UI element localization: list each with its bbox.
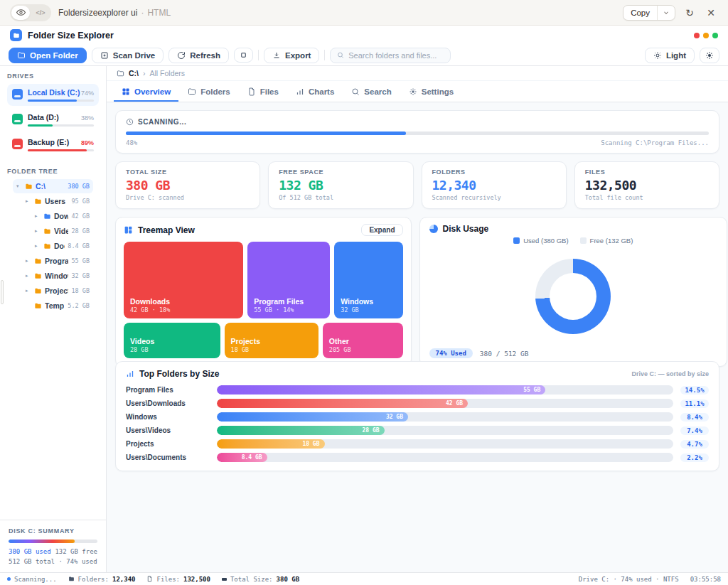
bar-value-label: 8.4 GB bbox=[242, 454, 262, 461]
search-icon bbox=[337, 51, 344, 59]
tab-search[interactable]: Search bbox=[343, 81, 399, 102]
file-icon bbox=[247, 87, 256, 96]
reload-icon[interactable]: ↻ bbox=[682, 6, 697, 20]
tree-item[interactable]: ▸ Downloads 42 GB bbox=[13, 209, 93, 223]
scrollbar-thumb[interactable] bbox=[1, 280, 4, 304]
grid-icon bbox=[122, 87, 130, 96]
open-folder-button[interactable]: Open Folder bbox=[9, 48, 87, 63]
drive-label: Local Disk (C:) bbox=[28, 88, 80, 97]
breadcrumb-root[interactable]: C:\ bbox=[129, 69, 139, 77]
stop-button[interactable] bbox=[234, 48, 253, 63]
folder-bar-row[interactable]: Windows 32 GB 8.4% bbox=[126, 412, 709, 422]
disk-summary-bar-fill bbox=[9, 540, 75, 543]
tree-item-label: Downloads bbox=[54, 212, 68, 220]
tab-settings[interactable]: Settings bbox=[401, 81, 461, 102]
theme-toggle-button[interactable]: Light bbox=[645, 48, 695, 63]
scan-status-path: Scanning C:\Program Files... bbox=[601, 139, 709, 146]
folder-bar-row[interactable]: Users\Downloads 42 GB 11.1% bbox=[126, 399, 709, 408]
drive-item[interactable]: Data (D:) 38% bbox=[7, 109, 99, 131]
code-view-button[interactable]: </> bbox=[31, 6, 50, 20]
tab-overview[interactable]: Overview bbox=[114, 81, 178, 102]
tree-expand-arrow-icon[interactable]: ▸ bbox=[35, 228, 41, 234]
stat-value: 380 GB bbox=[126, 178, 250, 193]
tree-item-size: 32 GB bbox=[71, 272, 90, 279]
folder-icon bbox=[117, 70, 124, 77]
tab-bar: Overview Folders Files Charts Search Set… bbox=[107, 81, 728, 102]
tile-name: Projects bbox=[231, 337, 260, 346]
status-scanning: Scanning... bbox=[7, 576, 57, 583]
stat-label: FOLDERS bbox=[432, 168, 556, 176]
drives-list: Local Disk (C:) 74% Data (D:) 38% Backup… bbox=[7, 84, 99, 156]
stat-value: 12,340 bbox=[432, 178, 556, 193]
tree-expand-arrow-icon[interactable]: ▸ bbox=[35, 243, 41, 249]
bar-percent-label: 2.2% bbox=[680, 453, 709, 462]
bar-fill: 55 GB bbox=[217, 385, 545, 395]
folder-bar-row[interactable]: Projects 18 GB 4.7% bbox=[126, 439, 709, 449]
tree-item[interactable]: ▸ Projects 18 GB bbox=[13, 284, 93, 298]
tab-label: Folders bbox=[200, 87, 230, 96]
scan-drive-label: Scan Drive bbox=[113, 51, 155, 60]
tree-item[interactable]: Temp 5.2 GB bbox=[13, 299, 93, 313]
tab-charts[interactable]: Charts bbox=[288, 81, 342, 102]
tree-expand-arrow-icon[interactable]: ▸ bbox=[26, 258, 31, 264]
bar-track: 18 GB bbox=[217, 439, 673, 449]
folder-bar-row[interactable]: Users\Documents 8.4 GB 2.2% bbox=[126, 453, 709, 462]
bar-fill: 28 GB bbox=[217, 426, 385, 435]
copy-button[interactable]: Copy bbox=[623, 6, 657, 20]
bar-chart-icon bbox=[296, 87, 304, 96]
treemap-tile[interactable]: Downloads 42 GB · 18% bbox=[124, 242, 243, 318]
summary-used-label: 380 GB used bbox=[9, 548, 51, 555]
treemap-icon bbox=[124, 225, 133, 235]
tree-item[interactable]: ▸ Windows 32 GB bbox=[13, 269, 93, 283]
preview-eye-button[interactable] bbox=[11, 6, 30, 20]
bar-value-label: 32 GB bbox=[386, 414, 403, 420]
folder-bar-row[interactable]: Users\Videos 28 GB 7.4% bbox=[126, 426, 709, 435]
hard-drive-icon bbox=[12, 114, 23, 124]
gear-icon bbox=[705, 51, 714, 60]
tree-expand-arrow-icon[interactable]: ▾ bbox=[16, 183, 22, 189]
bar-fill: 32 GB bbox=[217, 412, 408, 422]
tree-item-size: 5.2 GB bbox=[68, 302, 90, 309]
tab-files[interactable]: Files bbox=[240, 81, 287, 102]
tree-item-label: Windows bbox=[45, 272, 68, 280]
copy-dropdown-button[interactable] bbox=[657, 6, 675, 20]
treemap-tile[interactable]: Videos 28 GB bbox=[124, 323, 220, 358]
treemap-tile[interactable]: Other 205 GB bbox=[323, 323, 403, 358]
bar-category-label: Projects bbox=[126, 440, 210, 448]
treemap-tile[interactable]: Windows 32 GB bbox=[334, 242, 402, 318]
tree-expand-arrow-icon[interactable]: ▸ bbox=[35, 213, 41, 219]
drive-item[interactable]: Local Disk (C:) 74% bbox=[7, 84, 99, 106]
tree-item[interactable]: ▾ C:\ 380 GB bbox=[13, 179, 93, 193]
treemap-tile[interactable]: Program Files 55 GB · 14% bbox=[247, 242, 330, 318]
tree-expand-arrow-icon[interactable]: ▸ bbox=[26, 198, 31, 204]
tree-item[interactable]: ▸ Videos 28 GB bbox=[13, 224, 93, 238]
tree-item[interactable]: ▸ Program Files 55 GB bbox=[13, 254, 93, 268]
disk-usage-donut-chart bbox=[535, 259, 611, 334]
scan-drive-button[interactable]: Scan Drive bbox=[92, 48, 164, 63]
eye-icon bbox=[16, 8, 26, 17]
close-icon[interactable]: ✕ bbox=[704, 6, 718, 20]
drive-item[interactable]: Backup (E:) 89% bbox=[7, 134, 99, 156]
bar-value-label: 42 GB bbox=[446, 400, 463, 407]
expand-button[interactable]: Expand bbox=[361, 224, 402, 236]
tree-item-label: C:\ bbox=[36, 182, 46, 190]
tree-expand-arrow-icon[interactable]: ▸ bbox=[26, 273, 31, 279]
sidebar: DRIVES Local Disk (C:) 74% Data (D:) 38% bbox=[0, 66, 107, 572]
export-button[interactable]: Export bbox=[264, 48, 319, 63]
settings-button[interactable] bbox=[700, 48, 719, 63]
folder-icon bbox=[188, 87, 196, 96]
tree-expand-arrow-icon[interactable]: ▸ bbox=[26, 288, 31, 294]
folder-icon bbox=[34, 302, 42, 310]
search-input[interactable] bbox=[348, 51, 444, 60]
folder-icon bbox=[43, 213, 51, 220]
refresh-button[interactable]: Refresh bbox=[168, 48, 229, 63]
folder-bar-row[interactable]: Program Files 55 GB 14.5% bbox=[126, 385, 709, 395]
tile-name: Other bbox=[329, 337, 351, 346]
bar-value-label: 18 GB bbox=[302, 441, 319, 447]
tab-folders[interactable]: Folders bbox=[180, 81, 238, 102]
tree-item[interactable]: ▸ Users 95 GB bbox=[13, 194, 93, 208]
copy-split-button: Copy bbox=[623, 5, 675, 21]
treemap-tile[interactable]: Projects 18 GB bbox=[225, 323, 318, 358]
tree-item[interactable]: ▸ Documents 8.4 GB bbox=[13, 239, 93, 253]
drive-usage-track bbox=[28, 149, 94, 151]
